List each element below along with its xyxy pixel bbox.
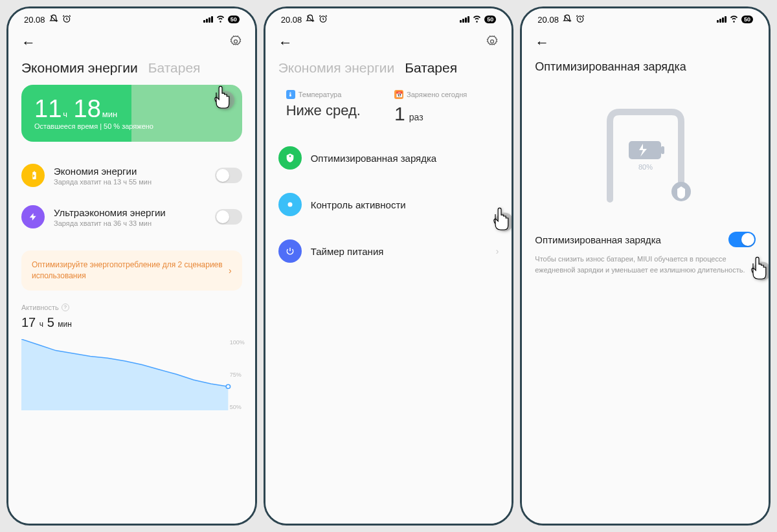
status-time: 20.08 [537, 15, 559, 25]
battery-indicator: 50 [228, 16, 240, 23]
alarm-off-icon [306, 14, 315, 25]
wifi-icon [472, 14, 482, 25]
battery-plus-icon [21, 164, 45, 187]
status-bar: 20.08 50 [8, 8, 255, 28]
ultra-energy-subtitle: Заряда хватит на 36 ч 33 мин [54, 219, 206, 227]
battery-indicator: 50 [741, 16, 753, 23]
signal-icon [717, 16, 726, 23]
back-button[interactable]: ← [535, 34, 549, 51]
chevron-right-icon: › [496, 246, 499, 256]
settings-button[interactable] [486, 35, 499, 51]
tab-battery[interactable]: Батарея [405, 60, 457, 76]
optimized-charging-setting-title: Оптимизированная зарядка [535, 234, 661, 245]
ultra-energy-saving-row: Ультраэкономия энергии Заряда хватит на … [21, 196, 242, 238]
settings-button[interactable] [229, 35, 242, 51]
remaining-hours: 11 [34, 95, 62, 122]
battery-indicator: 50 [484, 16, 496, 23]
phone-screen-1: 20.08 50 ← Экономия энергии Батаре [6, 6, 257, 526]
optimized-charging-description: Чтобы снизить износ батареи, MIUI обучае… [522, 247, 769, 275]
thermometer-icon: 🌡 [286, 90, 295, 99]
activity-minutes: 5 [47, 315, 54, 329]
power-icon [278, 239, 302, 263]
charged-count: 1 [394, 103, 405, 124]
calendar-icon: 📅 [394, 90, 403, 99]
page-title: Оптимизированная зарядка [522, 55, 769, 83]
alarm-icon [576, 14, 585, 25]
ultra-energy-toggle[interactable] [215, 209, 242, 225]
status-time: 20.08 [281, 15, 302, 25]
svg-point-5 [491, 39, 494, 43]
ultra-energy-title: Ультраэкономия энергии [54, 207, 206, 218]
wifi-icon [216, 14, 225, 25]
activity-icon [278, 193, 302, 216]
remaining-time-card[interactable]: 11ч 18мин Оставшееся время | 50 % заряже… [21, 85, 242, 142]
back-button[interactable]: ← [21, 34, 36, 51]
tab-energy-saving[interactable]: Экономия энергии [278, 60, 395, 76]
chevron-right-icon: › [229, 265, 232, 276]
temperature-value: Ниже сред. [286, 103, 383, 118]
charging-illustration: 80% [522, 83, 769, 232]
lightning-icon [21, 205, 45, 228]
power-timer-row[interactable]: Таймер питания › [278, 228, 499, 274]
optimize-banner-text: Оптимизируйте энергопотребление для 2 сц… [32, 260, 229, 282]
remaining-subtitle: Оставшееся время | 50 % заряжено [34, 122, 229, 130]
alarm-icon [319, 14, 328, 25]
status-time: 20.08 [24, 15, 45, 25]
phone-screen-3: 20.08 50 ← Оптимизированная зарядка 80% [520, 6, 771, 526]
signal-icon [460, 16, 469, 23]
status-bar: 20.08 50 [522, 8, 769, 28]
status-bar: 20.08 50 [265, 8, 512, 28]
temperature-label: Температура [298, 91, 342, 98]
svg-point-1 [234, 39, 237, 43]
charged-today-label: Заряжено сегодня [407, 91, 467, 98]
charged-unit: раз [409, 112, 423, 122]
activity-control-row[interactable]: Контроль активности [278, 181, 499, 228]
back-button[interactable]: ← [278, 34, 293, 51]
help-icon[interactable]: ? [62, 304, 69, 311]
battery-chart[interactable]: 100% 75% 50% [21, 339, 242, 410]
optimized-charging-toggle[interactable] [728, 232, 756, 247]
svg-point-6 [287, 203, 292, 207]
energy-saving-title: Экономия энергии [54, 166, 206, 177]
phone-screen-2: 20.08 50 ← Экономия энергии Батарея 🌡 [264, 6, 514, 526]
svg-text:80%: 80% [638, 163, 653, 171]
energy-saving-row: Экономия энергии Заряда хватит на 13 ч 5… [21, 155, 242, 196]
activity-label: Активность [21, 304, 59, 311]
activity-hours: 17 [21, 315, 36, 329]
tab-energy-saving[interactable]: Экономия энергии [21, 60, 138, 76]
signal-icon [203, 16, 213, 23]
optimize-banner[interactable]: Оптимизируйте энергопотребление для 2 сц… [21, 250, 242, 291]
optimized-charging-row[interactable]: Оптимизированная зарядка [278, 135, 499, 181]
energy-saving-subtitle: Заряда хватит на 13 ч 55 мин [54, 178, 206, 186]
wifi-icon [729, 14, 739, 25]
alarm-icon [62, 14, 71, 25]
alarm-off-icon [49, 14, 58, 25]
battery-shield-icon [278, 146, 302, 170]
remaining-minutes: 18 [74, 95, 101, 122]
svg-rect-10 [661, 146, 664, 154]
tab-battery[interactable]: Батарея [148, 60, 201, 76]
energy-saving-toggle[interactable] [215, 168, 242, 183]
alarm-off-icon [563, 14, 572, 25]
